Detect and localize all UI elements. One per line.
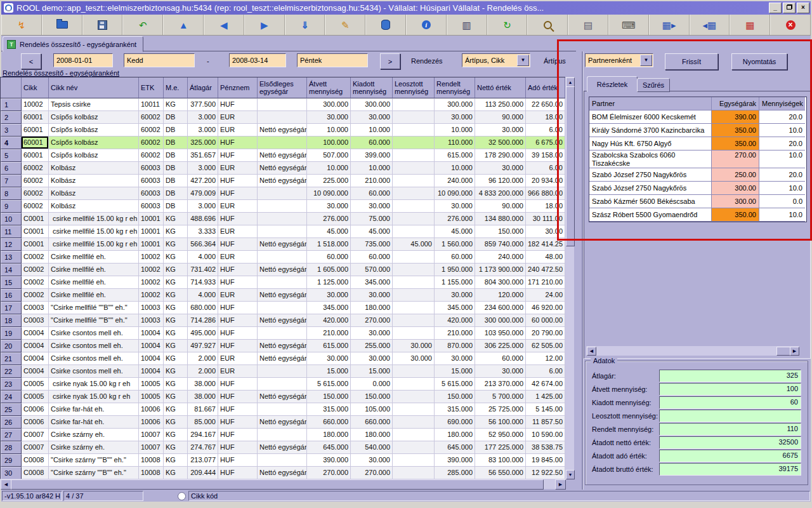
grid-cell: HUF	[218, 467, 258, 479]
grid-row[interactable]: 28C0007Csirke szárny eh.10007KG274.767HU…	[1, 441, 566, 454]
grid-row[interactable]: 13C0002Csirke mellfilé eh.10002KG4.000EU…	[1, 251, 566, 264]
grid-row[interactable]: 460001Csípős kolbász60002DB325.000HUF100…	[1, 137, 566, 149]
grid-horizontal-scrollbar[interactable]: ◀ ▶	[0, 479, 565, 489]
grid-vertical-scrollbar[interactable]: ▲ ▼	[565, 77, 574, 479]
sort-dropdown-value: Ártípus, Cikk	[465, 57, 504, 64]
partner-row[interactable]: Szabó József 2750 Nagykőrös250.0020.0	[589, 168, 806, 182]
toolbar-info-button[interactable]: i	[406, 15, 447, 35]
next-period-button[interactable]: >	[380, 53, 400, 69]
grid-cell	[258, 327, 307, 340]
toolbar-connect-button[interactable]: ↯	[1, 15, 42, 35]
toolbar-export-table-button[interactable]: ▦▸	[649, 15, 690, 35]
toolbar-refresh-button[interactable]: ↻	[487, 15, 528, 35]
grid-row[interactable]: 22C0004Csirke csontos mell eh.10004KG2.0…	[1, 365, 566, 378]
grid-row[interactable]: 26C0006Csirke far-hát eh.10006KG85.000HU…	[1, 416, 566, 429]
toolbar-keyboard-button[interactable]: ⌨	[608, 15, 649, 35]
toolbar-rows-button[interactable]: ▤	[568, 15, 608, 35]
grid-cell: 60002	[22, 187, 49, 200]
grid-row[interactable]: 23C0005 csirke nyak 15.00 kg r eh10005KG…	[1, 378, 566, 391]
toolbar-columns-button[interactable]: ▥	[447, 15, 487, 35]
grid-row[interactable]: 560001Csípős kolbász60002DB351.657HUFNet…	[1, 149, 566, 162]
partner-horizontal-scrollbar[interactable]: ◀ ▶	[586, 346, 799, 356]
scroll-left-icon[interactable]: ◀	[1, 479, 11, 490]
partner-row[interactable]: BOM Élelmiszer 6000 Kecskemét390.0020.0	[589, 110, 806, 124]
toolbar-save-button[interactable]	[82, 15, 123, 35]
pricetype-dropdown[interactable]: Partnerenként ▼	[585, 53, 653, 67]
grid-row[interactable]: 17C0003"Csirke mellfilé ""B"" eh."10003K…	[1, 302, 566, 314]
minimize-button[interactable]: _	[769, 3, 782, 13]
date-from-field[interactable]: 2008-01-01	[53, 53, 113, 67]
close-button[interactable]: ×	[797, 3, 809, 13]
status-radio-icon[interactable]	[178, 492, 186, 500]
partner-row[interactable]: Szabó Kázmér 5600 Békéscsaba300.000.0	[589, 195, 806, 208]
toolbar-undo-button[interactable]: ↶	[122, 15, 163, 35]
grid-row[interactable]: 14C0002Csirke mellfilé eh.10002KG731.402…	[1, 264, 566, 276]
toolbar-previous-record-button[interactable]: ◀	[204, 15, 244, 35]
grid-row[interactable]: 360001Csípős kolbász60002DB3.000EURNettó…	[1, 124, 566, 137]
scrollbar-thumb[interactable]	[776, 347, 790, 356]
partner-row[interactable]: Szabolcska Szabolcs 6060 Tiszakécske270.…	[589, 150, 806, 168]
grid-row[interactable]: 21C0004Csirke csontos mell eh.10004KG2.0…	[1, 352, 566, 365]
day-to-field[interactable]: Péntek	[297, 53, 368, 67]
grid-row[interactable]: 27C0007Csirke szárny eh.10007KG294.167HU…	[1, 429, 566, 441]
grid-row[interactable]: 25C0006Csirke far-hát eh.10006KG81.667HU…	[1, 403, 566, 416]
tab-szures[interactable]: Szűrés	[637, 78, 670, 92]
grid-row[interactable]: 860002Kolbász60003DB479.009HUF10 090.000…	[1, 187, 566, 200]
scroll-down-icon[interactable]: ▼	[566, 470, 575, 479]
refresh-button[interactable]: Frissít	[665, 53, 718, 70]
grid-cell: 399.000	[351, 149, 393, 162]
grid-row[interactable]: 24C0005 csirke nyak 15.00 kg r eh10005KG…	[1, 391, 566, 403]
grid-row[interactable]: 960002Kolbász60003DB3.000EUR30.00030.000…	[1, 200, 566, 213]
partner-row[interactable]: Király Sándorné 3700 Kazincbarcika350.00…	[589, 124, 806, 137]
grid-row[interactable]: 20C0004Csirke csontos mell eh.10004KG497…	[1, 340, 566, 352]
grid-row[interactable]: 11C0001 csirke mellfilé 15.00 kg r eh100…	[1, 225, 566, 238]
toolbar-select-table-button[interactable]: ▦	[730, 15, 770, 35]
toolbar-database-button[interactable]	[365, 15, 406, 35]
scroll-up-icon[interactable]: ▲	[566, 77, 575, 87]
scroll-right-icon[interactable]: ▶	[790, 347, 799, 356]
adatok-field-label: Átvett mennyiség:	[592, 385, 659, 393]
grid-row[interactable]: 660002Kolbász60003DB3.000EURNettó egység…	[1, 162, 566, 175]
grid-row[interactable]: 16C0002Csirke mellfilé eh.10002KG4.000EU…	[1, 289, 566, 302]
grid-row[interactable]: 29C0008"Csirke szárny ""B"" eh."10008KG2…	[1, 454, 566, 467]
grid-cell: 10005	[139, 391, 164, 403]
tab-reszletek[interactable]: Részletek	[587, 76, 638, 92]
scrollbar-thumb[interactable]	[11, 479, 544, 490]
tab-rendeles-osszesito[interactable]: T Rendelés összesítő - egységáranként	[3, 36, 143, 52]
previous-period-button[interactable]: <	[21, 53, 41, 69]
grid-row[interactable]: 12C0001 csirke mellfilé 15.00 kg r eh100…	[1, 238, 566, 251]
grid-cell: 859 740.000	[475, 238, 526, 251]
grid-row[interactable]: 18C0003"Csirke mellfilé ""B"" eh."10003K…	[1, 314, 566, 327]
toolbar-first-record-button[interactable]: ▲	[163, 15, 204, 35]
grid-row[interactable]: 110002Tepsis csirke10011KG377.500HUF300.…	[1, 98, 566, 111]
print-button[interactable]: Nyomtatás	[731, 53, 787, 70]
grid-row[interactable]: 15C0002Csirke mellfilé eh.10002KG714.933…	[1, 276, 566, 289]
date-to-field[interactable]: 2008-03-14	[229, 53, 286, 67]
scrollbar-thumb[interactable]	[566, 86, 575, 246]
chevron-down-icon[interactable]: ▼	[640, 55, 652, 66]
grid-cell: EUR	[218, 225, 258, 238]
toolbar-last-record-button[interactable]: ⇓	[285, 15, 325, 35]
toolbar-search-button[interactable]	[527, 15, 568, 35]
chevron-down-icon[interactable]: ▼	[517, 55, 529, 66]
day-from-field[interactable]: Kedd	[124, 53, 195, 67]
partner-row[interactable]: Nagy Hús Kft. 6750 Algyő350.0020.0	[589, 137, 806, 150]
grid-row[interactable]: 760002Kolbász60003DB427.200HUFNettó egys…	[1, 175, 566, 187]
grid-row[interactable]: 19C0004Csirke csontos mell eh.10004KG495…	[1, 327, 566, 340]
toolbar-next-record-button[interactable]: ▶	[244, 15, 285, 35]
restore-button[interactable]	[783, 3, 796, 13]
grid-cell: 10002	[139, 251, 164, 264]
grid-row[interactable]: 10C0001 csirke mellfilé 15.00 kg r eh100…	[1, 213, 566, 225]
toolbar-import-table-button[interactable]: ◂▦	[690, 15, 730, 35]
sort-dropdown[interactable]: Ártípus, Cikk ▼	[462, 53, 530, 67]
partner-row[interactable]: Szabó József 2750 Nagykőrös300.0010.0	[589, 182, 806, 195]
grid-row[interactable]: 260001Csípős kolbász60002DB3.000EUR30.00…	[1, 111, 566, 124]
grid-cell: KG	[164, 302, 188, 314]
grid-row[interactable]: 30C0008"Csirke szárny ""B"" eh."10008KG2…	[1, 467, 566, 479]
partner-row[interactable]: Szász Róbert 5500 Gyomaendrőd350.0010.0	[589, 208, 806, 222]
toolbar-open-button[interactable]	[42, 15, 82, 35]
scroll-right-icon[interactable]: ▶	[555, 479, 566, 490]
toolbar-exit-button[interactable]: ×	[770, 15, 811, 35]
scroll-left-icon[interactable]: ◀	[587, 347, 596, 356]
toolbar-edit-button[interactable]: ✎	[325, 15, 365, 35]
